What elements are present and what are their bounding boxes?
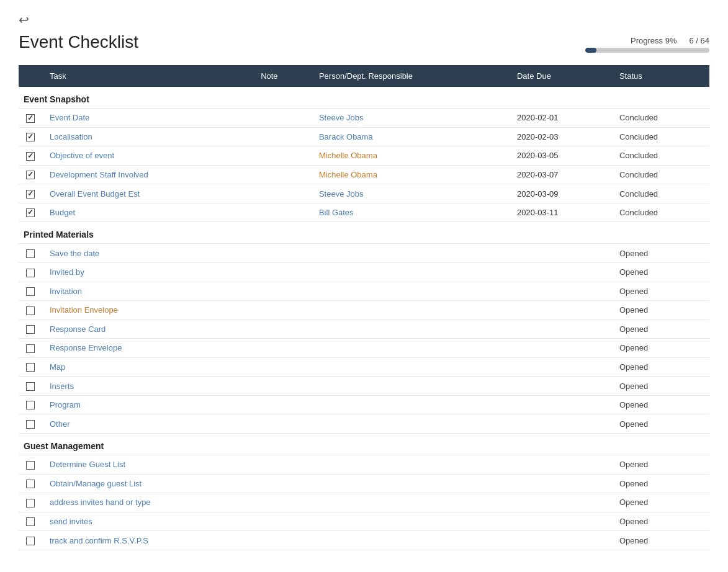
task-link[interactable]: Obtain/Manage guest List (50, 479, 142, 488)
task-link[interactable]: Save the date (50, 249, 99, 258)
checkbox-cell[interactable] (19, 493, 42, 512)
table-row[interactable]: MapOpened (19, 357, 709, 377)
checkbox-cell[interactable] (19, 531, 42, 550)
checkbox-cell[interactable] (19, 512, 42, 531)
table-row[interactable]: BudgetBill Gates2020-03-11Concluded (19, 203, 709, 222)
table-row[interactable]: Response EnvelopeOpened (19, 339, 709, 358)
task-link[interactable]: Invitation Envelope (50, 305, 118, 315)
person-cell (312, 377, 510, 396)
checkbox-cell[interactable] (19, 282, 42, 301)
person-link[interactable]: Michelle Obama (319, 170, 377, 179)
checkbox-cell[interactable] (19, 301, 42, 320)
task-cell: track and confirm R.S.V.P.S (42, 531, 253, 550)
checkbox-cell[interactable] (19, 127, 42, 146)
task-link[interactable]: Other (50, 419, 70, 429)
checkbox[interactable] (26, 517, 35, 526)
checkbox-cell[interactable] (19, 109, 42, 128)
checkbox[interactable] (26, 208, 35, 217)
task-link[interactable]: Program (50, 400, 81, 409)
back-icon[interactable]: ↩ (19, 12, 29, 27)
checkbox[interactable] (26, 480, 35, 488)
checkbox-cell[interactable] (19, 320, 42, 339)
note-cell (253, 357, 312, 377)
task-link[interactable]: Event Date (50, 113, 89, 122)
checkbox[interactable] (26, 249, 35, 258)
task-link[interactable]: Localisation (50, 132, 92, 141)
checkbox[interactable] (26, 537, 35, 545)
person-link[interactable]: Steeve Jobs (319, 113, 364, 122)
person-link[interactable]: Michelle Obama (319, 151, 377, 160)
task-link[interactable]: Map (50, 362, 65, 372)
checkbox[interactable] (26, 325, 35, 334)
checkbox-cell[interactable] (19, 184, 42, 203)
checkbox-cell[interactable] (19, 244, 42, 263)
task-link[interactable]: Response Card (50, 324, 106, 334)
task-link[interactable]: Overall Event Budget Est (50, 189, 140, 199)
task-link[interactable]: track and confirm R.S.V.P.S (50, 536, 148, 545)
checkbox[interactable] (26, 363, 35, 372)
table-row[interactable]: Obtain/Manage guest ListOpened (19, 474, 709, 493)
task-link[interactable]: Development Staff Involved (50, 170, 148, 179)
table-row[interactable]: send invitesOpened (19, 512, 709, 531)
checkbox-cell[interactable] (19, 377, 42, 396)
checkbox[interactable] (26, 269, 35, 277)
checkbox-cell[interactable] (19, 414, 42, 434)
task-link[interactable]: Invited by (50, 267, 84, 277)
table-row[interactable]: Save the dateOpened (19, 244, 709, 263)
checkbox-cell[interactable] (19, 146, 42, 166)
table-row[interactable]: ProgramOpened (19, 395, 709, 414)
table-row[interactable]: address invites hand or typeOpened (19, 493, 709, 512)
checkbox-cell[interactable] (19, 262, 42, 282)
task-link[interactable]: Response Envelope (50, 343, 122, 352)
task-link[interactable]: send invites (50, 517, 92, 526)
table-row[interactable]: InvitationOpened (19, 282, 709, 301)
table-row[interactable]: LocalisationBarack Obama2020-02-03Conclu… (19, 127, 709, 146)
table-row[interactable]: Event DateSteeve Jobs2020-02-01Concluded (19, 109, 709, 128)
checkbox-cell[interactable] (19, 357, 42, 377)
task-link[interactable]: Budget (50, 208, 75, 217)
task-cell: Other (42, 414, 253, 434)
task-link[interactable]: Determine Guest List (50, 460, 125, 469)
status-cell: Opened (612, 377, 709, 396)
task-link[interactable]: Invitation (50, 287, 82, 296)
checkbox[interactable] (26, 401, 35, 409)
checkbox[interactable] (26, 133, 35, 141)
checkbox[interactable] (26, 420, 35, 429)
checkbox[interactable] (26, 461, 35, 470)
checkbox-cell[interactable] (19, 339, 42, 358)
table-row[interactable]: Development Staff InvolvedMichelle Obama… (19, 165, 709, 184)
checkbox[interactable] (26, 190, 35, 199)
table-row[interactable]: OtherOpened (19, 414, 709, 434)
checkbox-cell[interactable] (19, 203, 42, 222)
checkbox[interactable] (26, 114, 35, 123)
checkbox[interactable] (26, 499, 35, 507)
task-cell: Localisation (42, 127, 253, 146)
task-link[interactable]: address invites hand or type (50, 498, 151, 507)
task-link[interactable]: Objective of event (50, 151, 114, 160)
table-row[interactable]: track and confirm R.S.V.P.SOpened (19, 531, 709, 550)
task-link[interactable]: Inserts (50, 382, 74, 391)
person-cell: Steeve Jobs (312, 184, 510, 203)
table-row[interactable]: Objective of eventMichelle Obama2020-03-… (19, 146, 709, 166)
checkbox[interactable] (26, 152, 35, 161)
table-row[interactable]: InsertsOpened (19, 377, 709, 396)
table-row[interactable]: Response CardOpened (19, 320, 709, 339)
checkbox[interactable] (26, 344, 35, 353)
table-row[interactable]: Invited byOpened (19, 262, 709, 282)
table-row[interactable]: Determine Guest ListOpened (19, 455, 709, 475)
person-link[interactable]: Steeve Jobs (319, 189, 364, 199)
note-cell (253, 146, 312, 166)
checkbox-cell[interactable] (19, 395, 42, 414)
person-link[interactable]: Barack Obama (319, 132, 373, 141)
checkbox-cell[interactable] (19, 165, 42, 184)
checkbox-cell[interactable] (19, 455, 42, 475)
checkbox[interactable] (26, 171, 35, 179)
person-link[interactable]: Bill Gates (319, 208, 354, 217)
checkbox[interactable] (26, 306, 35, 315)
table-row[interactable]: Invitation EnvelopeOpened (19, 301, 709, 320)
person-cell (312, 262, 510, 282)
checkbox[interactable] (26, 382, 35, 391)
checkbox-cell[interactable] (19, 474, 42, 493)
checkbox[interactable] (26, 287, 35, 296)
table-row[interactable]: Overall Event Budget EstSteeve Jobs2020-… (19, 184, 709, 203)
